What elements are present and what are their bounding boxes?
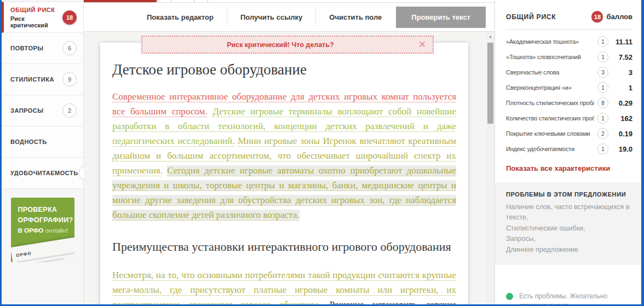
paragraph-2: Несмотря, на то, что основными потребите… bbox=[112, 268, 456, 304]
risk-alert: Риск критический! Что делать? ✕ bbox=[141, 36, 434, 54]
panel-title: ОБЩИЙ РИСК bbox=[506, 13, 591, 21]
panel-divider bbox=[506, 29, 633, 30]
ad-line-3-strong: В ОРФО bbox=[18, 227, 44, 234]
sidebar-item-readability[interactable]: УДОБОЧИТАЕМОСТЬ1 bbox=[2, 158, 83, 189]
main-area: Показать редактор Получить ссылку Очисти… bbox=[84, 0, 495, 304]
metric-row: Сверхконцентрация «и»11 bbox=[495, 80, 641, 95]
metric-badge: 1 bbox=[597, 113, 608, 124]
get-link-link[interactable]: Получить ссылку bbox=[240, 13, 302, 21]
score-units-label: баллов bbox=[606, 13, 633, 21]
problem-item: Длинное предложение bbox=[506, 245, 630, 255]
severity-legend: Есть проблемы. Желательно отредактироват… bbox=[495, 288, 641, 304]
ad-line-2: ОРФОГРАФИИ? bbox=[18, 215, 74, 226]
metric-value: 1 bbox=[612, 84, 633, 92]
metric-label[interactable]: Количество стилистических проблем bbox=[506, 115, 594, 122]
scrollbar-up-arrow[interactable]: ▲ bbox=[486, 32, 495, 41]
metric-badge: 3 bbox=[597, 67, 608, 78]
orfo-logo: ОРФО bbox=[15, 251, 32, 258]
problem-item: Наличие слов, часто встречающихся в текс… bbox=[506, 202, 630, 223]
document-heading2: Преимущества установки интерактивного иг… bbox=[112, 239, 456, 256]
active-tab-indicator bbox=[84, 0, 157, 2]
metric-label[interactable]: «Академическая тошнота» bbox=[506, 38, 594, 45]
check-text-button[interactable]: Проверить текст bbox=[396, 7, 486, 28]
content-scrollbar[interactable]: ▲ bbox=[486, 32, 495, 304]
toolbar-separator bbox=[315, 9, 316, 25]
metric-row: Покрытие ключевыми словами20.19 bbox=[495, 126, 641, 141]
app-window: ОБЩИЙ РИСКРиск критический18ПОВТОРЫ6СТИЛ… bbox=[0, 0, 644, 306]
orfo-ad-banner[interactable]: ПРОВЕРКА ОРФОГРАФИИ? В ОРФО онлайн! ОРФО bbox=[11, 198, 74, 262]
sidebar-items: ОБЩИЙ РИСКРиск критический18ПОВТОРЫ6СТИЛ… bbox=[2, 2, 83, 189]
top-tabstrip bbox=[84, 0, 495, 3]
sidebar-item-text: УДОБОЧИТАЕМОСТЬ bbox=[10, 170, 78, 176]
problem-item: Запросы, bbox=[506, 234, 630, 244]
sidebar-item-badge: 9 bbox=[62, 72, 77, 86]
sentence-olive-hl[interactable]: Сегодня детские игровые автоматы охотно … bbox=[112, 165, 456, 220]
right-panel: ОБЩИЙ РИСК 18 баллов «Академическая тошн… bbox=[495, 0, 641, 304]
risk-alert-link[interactable]: Риск критический! Что делать? bbox=[142, 41, 418, 49]
sidebar-item-label: УДОБОЧИТАЕМОСТЬ bbox=[10, 170, 78, 176]
metric-value: 19.0 bbox=[612, 145, 633, 153]
show-editor-link[interactable]: Показать редактор bbox=[147, 13, 214, 21]
legend-dot-icon bbox=[506, 293, 513, 300]
orfo-ad-screenshot: ОРФО bbox=[11, 234, 74, 262]
panel-header: ОБЩИЙ РИСК 18 баллов bbox=[495, 0, 641, 29]
metric-badge: 8 bbox=[597, 97, 608, 108]
sidebar-item-sublabel: Риск критический bbox=[10, 15, 62, 28]
problem-item: Стилистические ошибки, bbox=[506, 223, 630, 234]
sidebar-item-badge: 2 bbox=[62, 103, 77, 118]
metric-label[interactable]: Сверхконцентрация «и» bbox=[506, 84, 594, 91]
sidebar-item-label: ОБЩИЙ РИСК bbox=[10, 7, 62, 13]
sidebar-item-badge: 6 bbox=[62, 41, 77, 55]
show-all-link[interactable]: Показать все характеристики bbox=[506, 164, 630, 172]
sentence-problems-title: ПРОБЛЕМЫ В ЭТОМ ПРЕДЛОЖЕНИИ bbox=[506, 191, 630, 198]
metric-label[interactable]: Сверхчастые слова bbox=[506, 69, 594, 76]
toolbar-separator bbox=[227, 9, 227, 25]
metric-badge: 1 bbox=[597, 82, 608, 93]
sidebar: ОБЩИЙ РИСКРиск критический18ПОВТОРЫ6СТИЛ… bbox=[2, 0, 84, 304]
close-icon[interactable]: ✕ bbox=[418, 40, 426, 49]
sidebar-item-text: СТИЛИСТИКА bbox=[10, 76, 54, 83]
metric-row: «Тошнота» словосочетаний17.52 bbox=[495, 49, 641, 65]
metric-value: 0.19 bbox=[612, 130, 633, 138]
sidebar-item-total-risk[interactable]: ОБЩИЙ РИСКРиск критический18 bbox=[2, 2, 83, 33]
metric-row: «Академическая тошнота»111.11 bbox=[495, 34, 641, 49]
metric-row: Индекс удобочитаемости119.0 bbox=[495, 141, 641, 157]
legend-item: Есть проблемы. Желательно отредактироват… bbox=[495, 288, 641, 304]
sidebar-item-text: ПОВТОРЫ bbox=[10, 45, 44, 51]
sidebar-item-label: СТИЛИСТИКА bbox=[10, 76, 54, 83]
paragraph-1: Современное интерактивное оборудование д… bbox=[112, 89, 456, 222]
metric-label[interactable]: Покрытие ключевыми словами bbox=[506, 130, 594, 137]
ad-line-3-rest: онлайн! bbox=[45, 227, 68, 234]
scrollbar-thumb[interactable] bbox=[487, 43, 493, 124]
metric-value: 11.11 bbox=[612, 38, 633, 46]
sidebar-item-stylistics[interactable]: СТИЛИСТИКА9 bbox=[2, 64, 83, 95]
metric-badge: 1 bbox=[597, 51, 608, 62]
metric-row: Плотность стилистических проблем80.29 bbox=[495, 95, 641, 111]
ad-line-1: ПРОВЕРКА bbox=[18, 205, 74, 215]
document-paper[interactable]: Детское игровое оборудование Современное… bbox=[100, 43, 468, 304]
document-title: Детское игровое оборудование bbox=[112, 61, 456, 78]
sidebar-item-text: ВОДНОСТЬ bbox=[10, 138, 47, 145]
ad-line-3: В ОРФО онлайн! bbox=[18, 227, 74, 234]
metric-badge: 1 bbox=[597, 143, 608, 154]
legend-text: Есть проблемы. Желательно отредактироват… bbox=[519, 292, 633, 304]
metric-value: 162 bbox=[612, 114, 633, 123]
metric-label[interactable]: «Тошнота» словосочетаний bbox=[506, 54, 594, 60]
toolbar: Показать редактор Получить ссылку Очисти… bbox=[84, 3, 495, 32]
sidebar-item-wateriness[interactable]: ВОДНОСТЬ bbox=[2, 126, 83, 158]
clear-field-link[interactable]: Очистить поле bbox=[329, 13, 382, 21]
sidebar-item-queries[interactable]: ЗАПРОСЫ2 bbox=[2, 95, 83, 126]
metric-badge: 1 bbox=[597, 36, 608, 47]
metric-label[interactable]: Индекс удобочитаемости bbox=[506, 146, 594, 152]
metrics-list: «Академическая тошнота»111.11«Тошнота» с… bbox=[495, 34, 641, 157]
sentence-problems-list: Наличие слов, часто встречающихся в текс… bbox=[506, 202, 630, 255]
metric-label[interactable]: Плотность стилистических проблем bbox=[506, 100, 594, 106]
content-area: Риск критический! Что делать? ✕ Детское … bbox=[84, 32, 495, 304]
sidebar-item-label: ЗАПРОСЫ bbox=[10, 107, 44, 114]
sidebar-item-label: ВОДНОСТЬ bbox=[10, 138, 47, 145]
metric-badge: 2 bbox=[597, 128, 608, 139]
metric-row: Сверхчастые слова33 bbox=[495, 65, 641, 80]
sidebar-item-text: ОБЩИЙ РИСКРиск критический bbox=[10, 7, 62, 28]
sidebar-item-label: ПОВТОРЫ bbox=[10, 45, 44, 51]
sidebar-item-repeats[interactable]: ПОВТОРЫ6 bbox=[2, 33, 83, 64]
